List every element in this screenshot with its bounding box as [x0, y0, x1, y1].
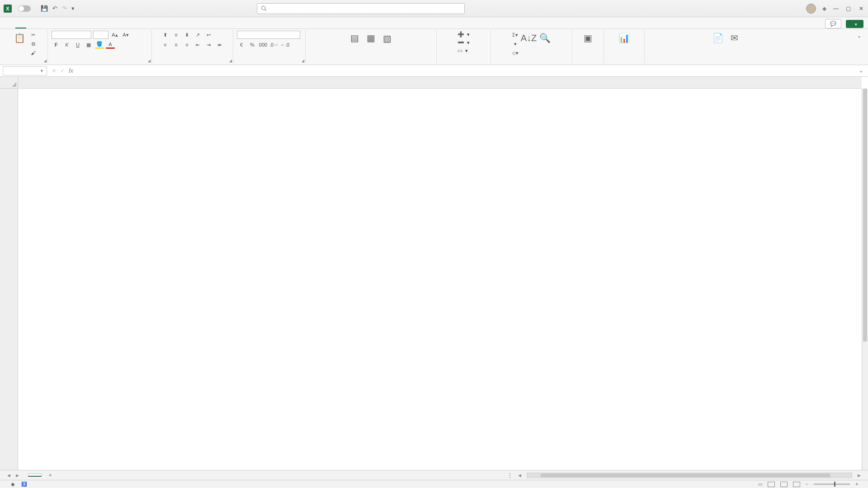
pdf-share-link-button[interactable]: 📄 — [711, 31, 725, 47]
increase-font-icon[interactable]: A▴ — [110, 31, 119, 39]
italic-button[interactable]: K — [62, 41, 71, 49]
pdf-outlook-button[interactable]: ✉ — [727, 31, 741, 47]
font-size-combo[interactable] — [93, 31, 108, 39]
font-name-combo[interactable] — [52, 31, 91, 39]
formula-input[interactable] — [77, 66, 856, 75]
pdf-icon: 📄 — [712, 32, 724, 44]
tab-insert[interactable] — [26, 25, 37, 28]
thousands-icon[interactable]: 000 — [259, 41, 268, 49]
collapse-ribbon-icon[interactable]: ⌄ — [854, 32, 863, 40]
align-top-icon[interactable]: ⬆ — [161, 31, 170, 39]
align-left-icon[interactable]: ≡ — [161, 41, 170, 49]
excel-icon: X — [4, 5, 12, 13]
fill-icon[interactable]: ▾ — [511, 40, 520, 48]
cut-icon[interactable]: ✂ — [29, 31, 38, 39]
insert-icon: ➕ — [458, 31, 464, 38]
border-icon[interactable]: ▦ — [84, 41, 93, 49]
paste-button[interactable]: 📋 — [13, 31, 27, 46]
dec-decimal-icon[interactable]: ←.0 — [280, 41, 289, 49]
maximize-icon[interactable]: ▢ — [845, 5, 852, 12]
comments-button[interactable]: 💬 — [825, 19, 841, 28]
tab-file[interactable] — [5, 25, 15, 28]
addins-button[interactable]: ▣ — [581, 31, 595, 46]
number-format-combo[interactable] — [237, 31, 300, 39]
cell-styles-button[interactable]: ▧ — [380, 31, 395, 47]
font-color-icon[interactable]: A — [106, 41, 115, 49]
currency-icon[interactable]: € — [237, 41, 246, 49]
pdf-mail-icon: ✉ — [728, 32, 741, 44]
search-icon — [261, 5, 267, 11]
align-center-icon[interactable]: ≡ — [172, 41, 181, 49]
delete-cells-button[interactable]: ➖ ▾ — [456, 39, 472, 46]
save-icon[interactable]: 💾 — [41, 5, 48, 12]
clipboard-icon: 📋 — [14, 32, 26, 44]
clear-icon[interactable]: ◇▾ — [511, 49, 520, 57]
find-icon: 🔍 — [539, 32, 552, 44]
tab-layout[interactable] — [37, 25, 48, 28]
undo-icon[interactable]: ↶ — [52, 5, 57, 12]
chevron-down-icon[interactable]: ▼ — [40, 69, 44, 73]
fill-color-icon[interactable]: 🪣 — [95, 41, 104, 49]
percent-icon[interactable]: % — [248, 41, 257, 49]
align-bot-icon[interactable]: ⬇ — [183, 31, 192, 39]
cond-format-button[interactable]: ▤ — [348, 31, 362, 47]
name-box[interactable]: ▼ — [3, 66, 47, 75]
tab-review[interactable] — [70, 25, 80, 28]
autosave-toggle[interactable] — [15, 5, 31, 12]
accept-formula-icon[interactable]: ✓ — [60, 67, 65, 74]
tab-help[interactable] — [102, 25, 113, 28]
dialog-launcher-icon[interactable]: ◢ — [302, 59, 304, 63]
table-icon: ▦ — [365, 32, 377, 44]
format-cells-button[interactable]: ▭ ▾ — [456, 47, 472, 54]
decrease-font-icon[interactable]: A▾ — [121, 31, 130, 39]
sort-filter-button[interactable]: A↓Z — [522, 31, 536, 47]
indent-inc-icon[interactable]: ⇥ — [204, 41, 213, 49]
underline-button[interactable]: U — [73, 41, 82, 49]
delete-icon: ➖ — [458, 39, 464, 46]
indent-dec-icon[interactable]: ⇤ — [193, 41, 203, 49]
ribbon-tabs: 💬 — [0, 17, 868, 29]
formula-bar: ▼ ✕ ✓ fx ⌄ — [0, 65, 868, 77]
expand-formula-icon[interactable]: ⌄ — [856, 67, 865, 75]
qat-more-icon[interactable]: ▾ — [71, 5, 75, 12]
styles-icon: ▧ — [381, 32, 394, 45]
minimize-icon[interactable]: — — [833, 5, 839, 12]
autosum-icon[interactable]: Σ▾ — [511, 31, 520, 39]
find-select-button[interactable]: 🔍 — [538, 31, 552, 47]
tab-formulas[interactable] — [48, 25, 59, 28]
bold-button[interactable]: F — [52, 41, 61, 49]
sort-icon: A↓Z — [523, 32, 535, 44]
dialog-launcher-icon[interactable]: ◢ — [44, 59, 47, 63]
cond-format-icon: ▤ — [349, 32, 361, 44]
avatar[interactable] — [806, 4, 816, 14]
dialog-launcher-icon[interactable]: ◢ — [229, 59, 232, 63]
formatpainter-icon[interactable]: 🖌 — [29, 49, 38, 57]
cancel-formula-icon[interactable]: ✕ — [52, 67, 57, 74]
analyze-button[interactable]: 📊 — [617, 31, 632, 46]
diamond-icon[interactable]: ◆ — [822, 5, 826, 12]
switch-icon[interactable] — [18, 5, 31, 12]
tab-home[interactable] — [15, 24, 26, 28]
orientation-icon[interactable]: ↗ — [193, 31, 203, 39]
addins-icon: ▣ — [582, 32, 594, 44]
tab-acrobat[interactable] — [113, 25, 124, 28]
inc-decimal-icon[interactable]: .0→ — [269, 41, 278, 49]
analyze-icon: 📊 — [618, 32, 631, 44]
search-box[interactable] — [257, 3, 465, 14]
align-right-icon[interactable]: ≡ — [183, 41, 192, 49]
wrap-text-icon[interactable]: ↩ — [204, 31, 213, 39]
format-table-button[interactable]: ▦ — [364, 31, 378, 47]
insert-cells-button[interactable]: ➕ ▾ — [456, 31, 472, 38]
align-mid-icon[interactable]: ≡ — [172, 31, 181, 39]
share-button[interactable] — [846, 20, 863, 28]
dialog-launcher-icon[interactable]: ◢ — [148, 59, 151, 63]
svg-point-0 — [261, 6, 265, 10]
tab-developer[interactable] — [91, 25, 102, 28]
tab-view[interactable] — [80, 25, 91, 28]
close-icon[interactable]: ✕ — [858, 5, 864, 12]
tab-data[interactable] — [59, 25, 70, 28]
copy-icon[interactable]: ⧉ — [29, 40, 38, 48]
merge-icon[interactable]: ⇹ — [215, 41, 224, 49]
redo-icon[interactable]: ↷ — [62, 5, 67, 12]
fx-icon[interactable]: fx — [69, 67, 73, 74]
